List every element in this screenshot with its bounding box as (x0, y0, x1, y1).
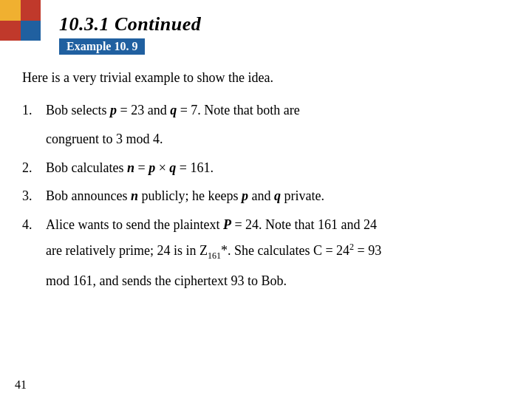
list-content-1: Bob selects p = 23 and q = 7. Note that … (46, 100, 510, 121)
list-content-3: Bob announces n publicly; he keeps p and… (46, 185, 510, 207)
list-number-2: 2. (22, 157, 46, 179)
header: 10.3.1 Continued Example 10. 9 (0, 0, 532, 61)
example-label: Example 10. 9 (59, 38, 145, 55)
list-content-2: Bob calculates n = p × q = 161. (46, 157, 510, 179)
page-number: 41 (15, 378, 27, 392)
content: Here is a very trivial example to show t… (0, 61, 532, 307)
list-continuation-1: congruent to 3 mod 4. (46, 129, 510, 150)
list-number-4: 4. (22, 214, 46, 236)
subscript-161: 161 (208, 250, 221, 261)
list-number-1: 1. (22, 100, 46, 121)
list-item-1: 1. Bob selects p = 23 and q = 7. Note th… (22, 100, 510, 121)
list-number-3: 3. (22, 185, 46, 207)
list-continuation-4a: are relatively prime; 24 is in Z161*. Sh… (46, 240, 510, 263)
list-content-4: Alice wants to send the plaintext P = 24… (46, 214, 510, 236)
list-item-3: 3. Bob announces n publicly; he keeps p … (22, 185, 510, 207)
main-title: 10.3.1 Continued (59, 13, 201, 35)
superscript-2: 2 (349, 242, 354, 252)
example-badge: Example 10. 9 (59, 35, 201, 55)
list-item-2: 2. Bob calculates n = p × q = 161. (22, 157, 510, 179)
page: 10.3.1 Continued Example 10. 9 Here is a… (0, 0, 532, 399)
intro-text: Here is a very trivial example to show t… (22, 68, 510, 88)
list-item-4: 4. Alice wants to send the plaintext P =… (22, 214, 510, 236)
title-area: 10.3.1 Continued Example 10. 9 (59, 9, 201, 55)
list-continuation-4b: mod 161, and sends the ciphertext 93 to … (46, 270, 510, 292)
